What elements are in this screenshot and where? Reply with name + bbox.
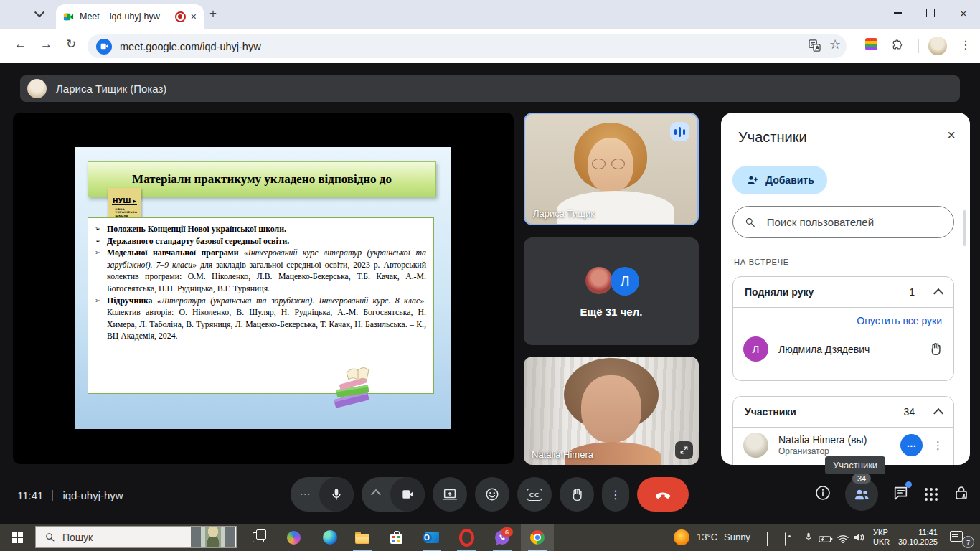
taskbar-search-placeholder: Пошук xyxy=(62,532,93,543)
weather-sun-icon[interactable] xyxy=(674,529,689,545)
participants-header[interactable]: Участники 34 xyxy=(733,397,953,428)
tray-volume-icon[interactable] xyxy=(854,532,865,545)
hand-icon xyxy=(570,487,585,502)
edge-icon xyxy=(323,530,337,545)
file-explorer-icon xyxy=(355,534,369,544)
language-indicator[interactable]: УКР UKR xyxy=(873,528,890,547)
copilot-button[interactable] xyxy=(285,529,302,546)
presentation-stage[interactable]: Матеріали практикуму укладено відповідно… xyxy=(13,113,514,464)
window-maximize-button[interactable] xyxy=(914,0,947,26)
participant-menu-icon[interactable]: ⋮ xyxy=(933,439,943,452)
more-options-button[interactable]: ⋮ xyxy=(602,477,629,512)
raised-hands-header[interactable]: Подняли руку 1 xyxy=(733,277,953,308)
reload-button[interactable]: ↻ xyxy=(66,38,76,50)
notification-center-icon[interactable] xyxy=(950,531,963,542)
host-controls-button[interactable] xyxy=(953,484,970,504)
person-avatar xyxy=(743,433,768,458)
url-bar[interactable]: meet.google.com/iqd-uhyj-hyw xyxy=(88,34,847,58)
taskbar-search[interactable]: Пошук xyxy=(35,526,237,548)
person-name-block: Natalia Himera (вы) Организатор xyxy=(778,434,890,456)
mic-button-group[interactable]: ⋯ xyxy=(291,477,354,512)
start-button[interactable] xyxy=(0,524,34,551)
window-minimize-button[interactable] xyxy=(881,0,914,26)
search-highlight-image[interactable] xyxy=(191,527,235,547)
opera-button[interactable] xyxy=(458,529,475,546)
weather-temp[interactable]: 13°C xyxy=(697,532,717,542)
viber-icon: 6 xyxy=(495,530,509,545)
colorful-extension-icon[interactable] xyxy=(865,38,877,50)
edge-button[interactable] xyxy=(321,529,339,546)
mic-button[interactable] xyxy=(319,477,354,512)
presenter-name: Лариса Тищик (Показ) xyxy=(56,83,166,95)
captions-button[interactable]: CC xyxy=(517,477,552,512)
outlook-button[interactable] xyxy=(423,529,440,546)
browser-menu-icon[interactable]: ⋮ xyxy=(960,39,971,51)
tray-battery-icon[interactable] xyxy=(819,533,833,546)
info-icon xyxy=(814,484,831,501)
back-button[interactable]: ← xyxy=(14,38,27,50)
slide: Матеріали практикуму укладено відповідно… xyxy=(75,147,451,429)
nush-logo-text: НУШ ▸ xyxy=(112,197,137,205)
translate-icon[interactable] xyxy=(808,39,821,55)
extensions-puzzle-icon[interactable] xyxy=(891,39,904,55)
new-tab-button[interactable]: + xyxy=(209,6,217,21)
collapse-chevron-icon[interactable] xyxy=(933,288,943,298)
reactions-button[interactable] xyxy=(475,477,509,512)
tray-mic-icon[interactable] xyxy=(804,532,814,545)
video-tile-speaker[interactable]: Лариса Тищик xyxy=(524,113,699,225)
panel-scrollbar[interactable] xyxy=(963,210,966,246)
reactions-button[interactable]: ⋯ xyxy=(900,434,923,456)
bookmark-star-icon[interactable]: ☆ xyxy=(829,38,841,51)
chrome-button[interactable] xyxy=(521,524,554,551)
camera-button[interactable] xyxy=(390,477,425,512)
present-button[interactable] xyxy=(433,477,467,512)
weather-condition[interactable]: Sunny xyxy=(724,532,750,542)
participants-search-input[interactable] xyxy=(765,215,943,229)
chat-button[interactable] xyxy=(892,484,910,505)
file-explorer-button[interactable] xyxy=(354,529,371,546)
microphone-icon xyxy=(329,487,344,501)
taskbar-clock[interactable]: 11:41 30.10.2025 xyxy=(895,528,938,547)
people-button[interactable]: 34 xyxy=(845,478,878,511)
browser-toolbar: ← → ↻ meet.google.com/iqd-uhyj-hyw ☆ ⋮ xyxy=(0,29,980,63)
collapse-chevron-icon[interactable] xyxy=(933,408,943,418)
tray-wifi-icon[interactable] xyxy=(837,533,849,546)
lower-all-hands-link[interactable]: Опустить все руки xyxy=(733,308,953,334)
forward-button[interactable]: → xyxy=(40,38,52,50)
tray-chevron-up-icon[interactable] xyxy=(767,534,768,547)
expand-tile-icon[interactable] xyxy=(675,441,693,459)
person-avatar: Л xyxy=(743,336,768,362)
screen: Meet – iqd-uhyj-hyw × + × ← → ↻ meet.goo… xyxy=(0,0,980,551)
meet-favicon-icon xyxy=(63,11,74,22)
notification-badge[interactable]: 7 xyxy=(962,536,974,548)
info-button[interactable] xyxy=(814,484,831,504)
participants-search[interactable] xyxy=(732,206,954,238)
camera-button-group[interactable] xyxy=(362,477,425,512)
present-icon xyxy=(442,486,458,502)
viber-button[interactable]: 6 xyxy=(494,529,511,546)
meta-divider xyxy=(52,490,53,501)
viber-badge: 6 xyxy=(501,527,513,537)
add-user-button[interactable]: Добавить xyxy=(732,166,827,194)
camera-in-use-icon[interactable] xyxy=(96,39,112,55)
tab-close-icon[interactable]: × xyxy=(191,11,197,22)
tab-search-button[interactable] xyxy=(33,8,46,21)
participants-panel: Участники × Добавить НА ВСТРЕЧЕ Подняли … xyxy=(721,113,970,465)
end-call-button[interactable] xyxy=(637,477,689,512)
browser-tab[interactable]: Meet – iqd-uhyj-hyw × xyxy=(56,4,204,29)
profile-avatar[interactable] xyxy=(928,37,947,55)
nush-logo: НУШ ▸ НОВА УКРАЇНСЬКА ШКОЛА xyxy=(108,188,141,219)
panel-close-icon[interactable]: × xyxy=(947,127,956,143)
window-close-button[interactable]: × xyxy=(947,0,980,26)
activities-button[interactable] xyxy=(923,486,939,502)
task-view-button[interactable] xyxy=(250,529,267,546)
books-clipart xyxy=(327,358,377,413)
camera-options-chevron[interactable] xyxy=(362,477,390,512)
tray-screen-icon[interactable] xyxy=(785,533,786,546)
video-tile-overflow[interactable]: Л Ещё 31 чел. xyxy=(524,237,699,345)
raise-hand-button[interactable] xyxy=(560,477,594,512)
mic-more-icon[interactable]: ⋯ xyxy=(291,477,319,512)
video-tile-self[interactable]: Natalia Himera xyxy=(524,357,699,465)
ms-store-button[interactable] xyxy=(387,529,405,546)
add-user-label: Добавить xyxy=(765,174,814,186)
